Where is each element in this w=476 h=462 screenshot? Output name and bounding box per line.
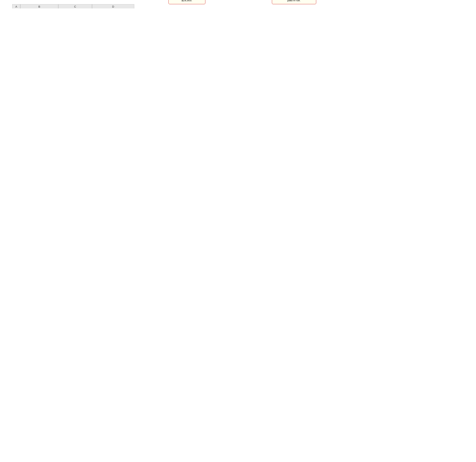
column-headers: A B C D [12,4,177,8]
callout-balance-paid: At the end of year 10, the loan is paid … [272,0,316,4]
col-header-b: B [20,4,58,8]
callout-interest-col-total: Total for this column is $29,505. [169,0,205,4]
spreadsheet-wrapper: A B C D 1 Loan Details 2 Annual Interest… [4,4,177,8]
col-header-a: A [12,4,20,8]
col-header-d: D [92,4,134,8]
bottom-callouts: Total for this column is $29,505. At the… [152,0,325,4]
col-header-c: C [58,4,92,8]
